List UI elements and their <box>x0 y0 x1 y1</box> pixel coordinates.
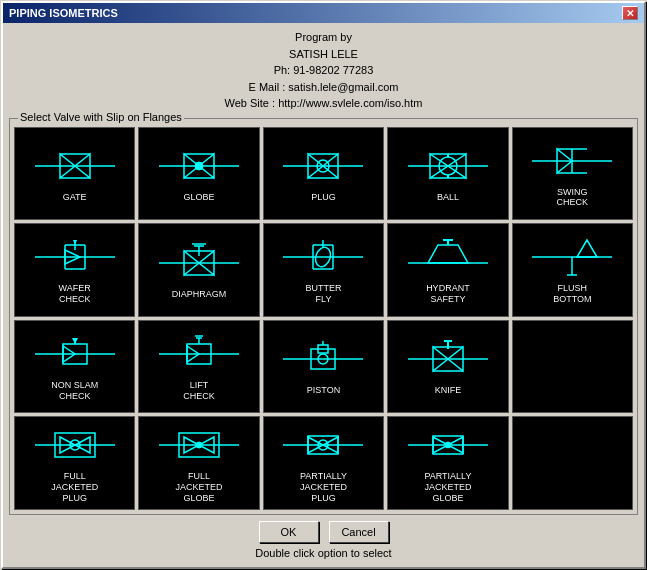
ok-button[interactable]: OK <box>259 521 319 543</box>
valve-swing-check[interactable]: SWINGCHECK <box>512 127 633 221</box>
header-line5: Web Site : http://www.svlele.com/iso.htm <box>9 95 638 112</box>
valve-full-jacketed-plug[interactable]: FULLJACKETEDPLUG <box>14 416 135 510</box>
valve-globe[interactable]: GLOBE <box>138 127 259 221</box>
group-box-label: Select Valve with Slip on Flanges <box>18 111 184 123</box>
valve-plug[interactable]: PLUG <box>263 127 384 221</box>
footer: OK Cancel Double click option to select <box>9 515 638 561</box>
diaphragm-label: DIAPHRAGM <box>172 289 227 300</box>
header-info: Program by SATISH LELE Ph: 91-98202 7728… <box>9 29 638 112</box>
gate-label: GATE <box>63 192 87 203</box>
ball-label: BALL <box>437 192 459 203</box>
swing-check-label: SWINGCHECK <box>557 187 589 209</box>
partially-jacketed-plug-label: PARTIALLYJACKETEDPLUG <box>300 471 347 503</box>
full-jacketed-globe-label: FULLJACKETEDGLOBE <box>176 471 223 503</box>
header-line4: E Mail : satish.lele@gmail.com <box>9 79 638 96</box>
knife-label: KNIFE <box>435 385 462 396</box>
valve-piston[interactable]: PISTON <box>263 320 384 414</box>
valve-wafer-check[interactable]: WAFERCHECK <box>14 223 135 317</box>
svg-point-10 <box>195 162 203 170</box>
full-jacketed-plug-label: FULLJACKETEDPLUG <box>51 471 98 503</box>
lift-check-label: LIFTCHECK <box>183 380 215 402</box>
header-line2: SATISH LELE <box>9 46 638 63</box>
svg-marker-65 <box>72 338 78 344</box>
button-row: OK Cancel <box>259 521 389 543</box>
partially-jacketed-globe-label: PARTIALLYJACKETEDGLOBE <box>424 471 471 503</box>
header-line1: Program by <box>9 29 638 46</box>
svg-marker-54 <box>428 245 468 263</box>
header-line3: Ph: 91-98202 77283 <box>9 62 638 79</box>
cancel-button[interactable]: Cancel <box>329 521 389 543</box>
valve-partially-jacketed-globe[interactable]: PARTIALLYJACKETEDGLOBE <box>387 416 508 510</box>
valve-gate[interactable]: GATE <box>14 127 135 221</box>
close-button[interactable]: ✕ <box>622 6 638 20</box>
footer-note: Double click option to select <box>255 547 391 559</box>
valve-ball[interactable]: BALL <box>387 127 508 221</box>
svg-marker-58 <box>577 240 597 257</box>
wafer-check-label: WAFERCHECK <box>59 283 91 305</box>
piston-label: PISTON <box>307 385 340 396</box>
valve-group-box: Select Valve with Slip on Flanges GATE <box>9 118 638 516</box>
valve-knife[interactable]: KNIFE <box>387 320 508 414</box>
non-slam-check-label: NON SLAMCHECK <box>51 380 98 402</box>
title-bar: PIPING ISOMETRICS ✕ <box>3 3 644 23</box>
valve-non-slam-check[interactable]: NON SLAMCHECK <box>14 320 135 414</box>
valve-full-jacketed-globe[interactable]: FULLJACKETEDGLOBE <box>138 416 259 510</box>
valve-lift-check[interactable]: LIFTCHECK <box>138 320 259 414</box>
valve-grid: GATE GLOBE <box>14 127 633 511</box>
window-content: Program by SATISH LELE Ph: 91-98202 7728… <box>3 23 644 567</box>
valve-hydrant-safety[interactable]: HYDRANTSAFETY <box>387 223 508 317</box>
flush-bottom-label: FLUSHBOTTOM <box>553 283 591 305</box>
valve-diaphragm[interactable]: DIAPHRAGM <box>138 223 259 317</box>
valve-flush-bottom[interactable]: FLUSHBOTTOM <box>512 223 633 317</box>
main-window: PIPING ISOMETRICS ✕ Program by SATISH LE… <box>1 1 646 569</box>
window-title: PIPING ISOMETRICS <box>9 7 118 19</box>
valve-butterfly[interactable]: BUTTERFLY <box>263 223 384 317</box>
svg-point-93 <box>196 442 202 448</box>
svg-point-103 <box>445 442 451 448</box>
valve-empty-r3 <box>512 320 633 414</box>
plug-label: PLUG <box>311 192 336 203</box>
globe-label: GLOBE <box>184 192 215 203</box>
valve-empty-r4 <box>512 416 633 510</box>
valve-partially-jacketed-plug[interactable]: PARTIALLYJACKETEDPLUG <box>263 416 384 510</box>
butterfly-label: BUTTERFLY <box>305 283 341 305</box>
hydrant-safety-label: HYDRANTSAFETY <box>426 283 470 305</box>
